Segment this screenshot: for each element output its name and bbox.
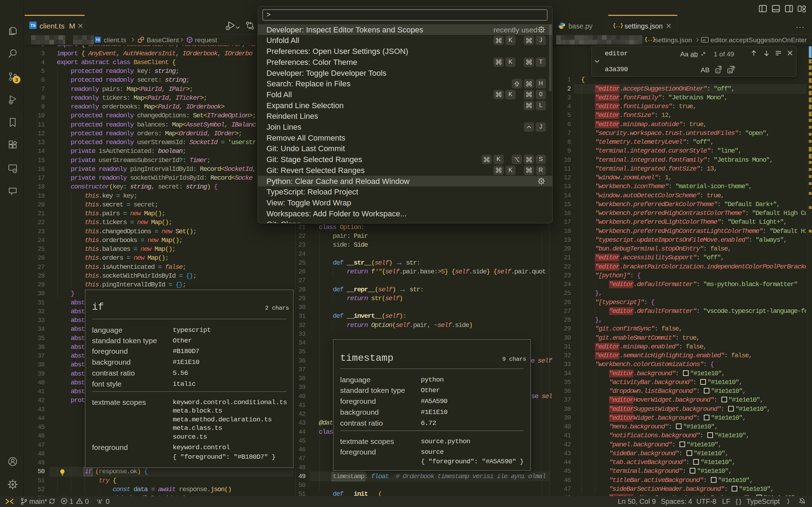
svg-text:c: c: [717, 70, 719, 73]
svg-text:ab: ab: [731, 66, 735, 69]
svg-text:b: b: [719, 66, 721, 69]
svg-text:ac: ac: [729, 70, 733, 73]
svg-text:ab: ab: [702, 38, 706, 42]
